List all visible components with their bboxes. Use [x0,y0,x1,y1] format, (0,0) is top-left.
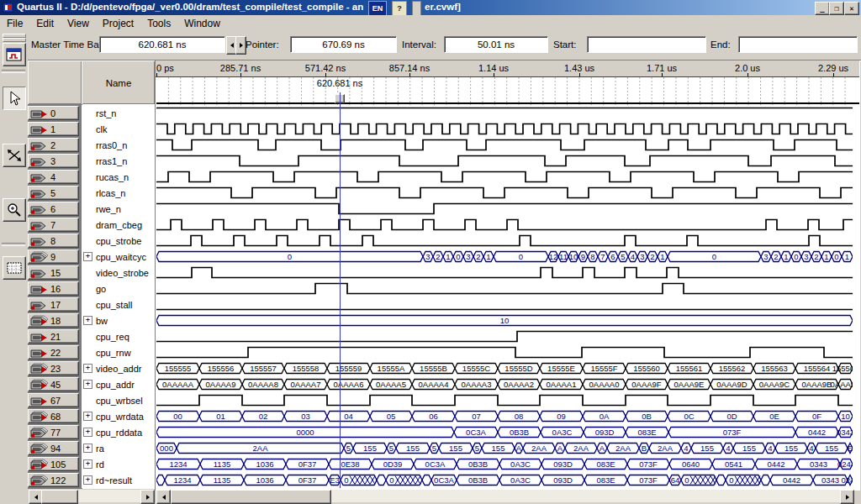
wave-ra[interactable]: 0002AA5155515551555155A2AAA2AAA2AAB2AA41… [156,440,853,456]
menu-item-window[interactable]: Window [177,16,227,31]
toolbar-field-value[interactable] [587,36,706,53]
wave-cpu_addr[interactable]: 0AAAAA0AAAA90AAAA80AAAA70AAAA60AAAA50AAA… [156,376,853,392]
wave-rras0_n[interactable] [156,137,853,153]
signal-row-name[interactable]: +ra [82,440,154,456]
menu-item-edit[interactable]: Edit [29,16,61,31]
wave-rd[interactable]: 1234113510360F370E380D390C3A0B3B0A3C093D… [156,456,853,472]
zoom-tool-button[interactable] [3,198,26,222]
wave-go[interactable] [156,281,853,297]
wave-cpu_strobe[interactable] [156,233,853,249]
wave-cpu_stall[interactable] [156,297,853,312]
toolbar-field-value[interactable]: 50.01 ns [444,36,548,53]
signal-row-name[interactable]: cpu_strobe [82,233,154,249]
signal-index-button[interactable]: 67 [28,393,79,407]
signal-index-button[interactable]: 8 [28,234,79,248]
signal-index-button[interactable]: 77 [28,425,79,439]
signal-row-name[interactable]: cpu_stall [82,297,154,312]
signal-index-button[interactable]: 23 [28,361,79,375]
toolbar-field-value[interactable]: 620.681 ns [99,36,225,53]
wave-rlcas_n[interactable] [156,185,853,201]
signal-index-button[interactable]: 1 [28,122,79,136]
expand-plus-icon[interactable]: + [83,444,92,453]
wave-scroll-left-icon[interactable] [156,490,171,504]
signal-index-button[interactable]: 68 [28,409,79,423]
wave-video_addr[interactable]: 15555515555615555715555815555915555A1555… [156,360,853,376]
wave-cpu_req[interactable] [156,328,853,344]
signal-row-name[interactable]: +cpu_rddata [82,424,154,440]
signal-index-button[interactable]: 4 [28,170,79,184]
wave-rwe_n[interactable] [156,201,853,217]
name-column-header[interactable]: Name [82,60,156,105]
expand-plus-icon[interactable]: + [83,316,92,325]
signal-row-name[interactable]: rras0_n [82,137,154,153]
signal-row-name[interactable]: rst_n [82,105,154,121]
wave-rras1_n[interactable] [156,153,853,169]
signal-row-name[interactable]: cpu_req [82,328,154,344]
signal-row-name[interactable]: +rd [82,456,154,472]
signal-index-button[interactable]: 0 [28,106,79,120]
master-time-bar-cursor[interactable] [340,92,341,488]
menu-item-file[interactable]: File [0,16,29,31]
wave-scroll-thumb[interactable] [171,490,331,504]
signal-index-button[interactable]: 7 [28,218,79,232]
signal-index-button[interactable]: 45 [28,377,79,391]
signal-index-button[interactable]: 3 [28,154,79,168]
wave-cpu_waitcyc[interactable]: 0321032101211109876543210321032101 [156,249,853,265]
wave-scroll-right-icon[interactable] [840,490,854,504]
menu-item-project[interactable]: Project [96,16,140,31]
expand-plus-icon[interactable]: + [83,252,92,261]
name-panel-scroll-thumb[interactable] [41,490,78,504]
expand-plus-icon[interactable]: + [83,380,92,389]
language-indicator[interactable]: EN [368,1,387,16]
wave-bw[interactable]: 10 [156,312,853,328]
dock-drag-handle[interactable] [3,38,26,42]
wave-dram_cbeg[interactable] [156,217,853,233]
signal-row-name[interactable]: clk [82,121,154,137]
menu-item-view[interactable]: View [61,16,96,31]
signal-index-button[interactable]: 105 [28,457,79,471]
expand-plus-icon[interactable]: + [83,412,92,421]
expand-plus-icon[interactable]: + [83,428,92,437]
signal-index-button[interactable]: 6 [28,202,79,216]
waveform-editor-button[interactable] [3,43,26,66]
signal-row-name[interactable]: +bw [82,312,154,328]
signal-row-name[interactable]: +cpu_wrdata [82,408,154,424]
wave-cpu_wrbsel[interactable] [156,392,853,408]
waveform-rows[interactable]: 0321032101211109876543210321032101101555… [156,105,859,489]
signal-index-button[interactable]: 22 [28,345,79,360]
wave-rucas_n[interactable] [156,169,853,185]
signal-row-name[interactable]: cpu_rnw [82,344,154,360]
minimize-button[interactable]: _ [815,2,830,15]
language-help-icon[interactable]: ? [392,1,407,16]
wave-cpu_wrdata[interactable]: 000102030405060708090A0B0C0D0E0F10 [156,408,853,424]
language-bar-handle[interactable] [412,1,421,16]
signal-index-button[interactable]: 16 [28,281,79,296]
signal-row-name[interactable]: +video_addr [82,360,154,376]
wave-video_strobe[interactable] [156,265,853,281]
signal-row-name[interactable]: rucas_n [82,169,154,185]
close-button[interactable]: ✕ [844,2,859,15]
signal-index-button[interactable]: 17 [28,297,79,312]
signal-row-name[interactable]: rlcas_n [82,185,154,201]
signal-index-button[interactable]: 9 [28,249,79,264]
wave-cpu_rnw[interactable] [156,344,853,360]
signal-index-button[interactable]: 21 [28,329,79,344]
signal-row-name[interactable]: cpu_wrbsel [82,392,154,408]
signal-index-button[interactable]: 18 [28,313,79,328]
toolbar-field-value[interactable] [738,36,858,53]
signal-row-name[interactable]: video_strobe [82,265,154,281]
signal-index-button[interactable]: 122 [28,473,79,487]
signal-row-name[interactable]: rras1_n [82,153,154,169]
signal-row-name[interactable]: +cpu_addr [82,376,154,392]
title-bar[interactable]: Quartus II - D:/d/pentevo/fpga/_ver0.00/… [0,0,861,15]
signal-index-button[interactable]: 2 [28,138,79,152]
signal-index-button[interactable]: 94 [28,441,79,455]
name-scroll-right-icon[interactable] [140,490,155,504]
expand-plus-icon[interactable]: + [83,475,92,485]
signal-row-name[interactable]: dram_cbeg [82,217,154,233]
wave-rd~result[interactable]: 1234113510360F37E3000C3A0B3B0A3C093D083E… [156,472,853,488]
menu-item-tools[interactable]: Tools [140,16,177,31]
time-ruler[interactable]: 0 ps285.71 ns571.42 ns857.14 ns1.14 us1.… [156,60,859,77]
signal-row-name[interactable]: go [82,281,154,297]
signal-row-name[interactable]: rwe_n [82,201,154,217]
